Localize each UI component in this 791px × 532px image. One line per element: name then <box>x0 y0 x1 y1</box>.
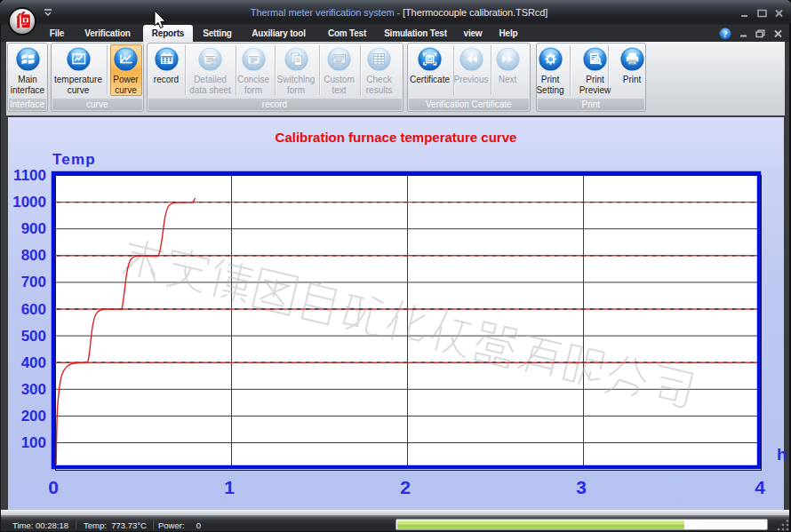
svg-text:?: ? <box>723 29 728 39</box>
